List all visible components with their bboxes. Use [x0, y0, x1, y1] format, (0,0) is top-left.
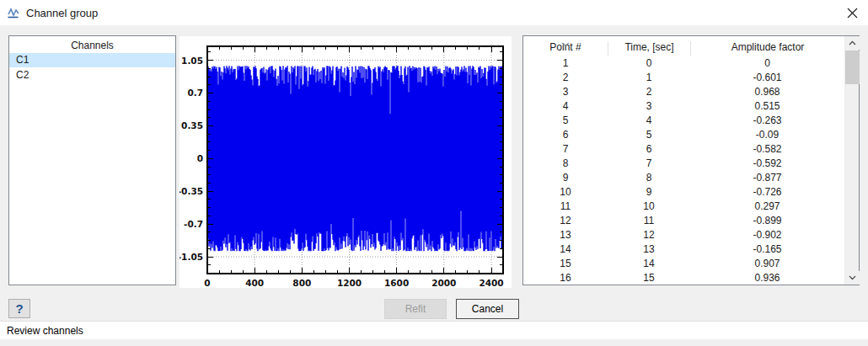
- help-button[interactable]: ?: [8, 299, 30, 318]
- table-row[interactable]: 100: [523, 56, 844, 71]
- column-header-time-sec[interactable]: Time, [sec]: [608, 41, 690, 56]
- cell-point: 3: [523, 85, 608, 99]
- cell-amplitude: -0.601: [690, 71, 844, 85]
- cell-time: 5: [608, 128, 690, 142]
- cell-point: 11: [523, 200, 608, 214]
- channels-listbox[interactable]: Channels C1C2: [8, 35, 176, 285]
- status-bar: Review channels: [0, 321, 868, 339]
- cell-amplitude: 0.297: [690, 200, 844, 214]
- points-table: Point #Time, [sec]Amplitude factor 10021…: [522, 35, 860, 285]
- table-row[interactable]: 76-0.582: [523, 142, 844, 157]
- cell-amplitude: -0.09: [690, 128, 844, 142]
- cell-point: 16: [523, 271, 608, 285]
- table-row[interactable]: 109-0.726: [523, 185, 844, 200]
- column-header-point[interactable]: Point #: [523, 41, 608, 56]
- cell-time: 9: [608, 185, 690, 200]
- scrollbar-thumb[interactable]: [845, 51, 860, 84]
- waveform-icon: [7, 6, 21, 19]
- svg-text:400: 400: [245, 278, 264, 288]
- table-row[interactable]: 430.515: [523, 99, 844, 114]
- svg-text:0.7: 0.7: [187, 88, 203, 98]
- svg-text:-1.05: -1.05: [179, 252, 203, 262]
- svg-text:-0.7: -0.7: [184, 219, 203, 229]
- bottom-strip: [0, 339, 868, 346]
- cell-amplitude: 0.968: [690, 85, 844, 99]
- cell-point: 10: [523, 185, 608, 200]
- cell-amplitude: -0.899: [690, 214, 844, 228]
- cell-point: 9: [523, 171, 608, 185]
- scroll-up-icon[interactable]: [845, 36, 860, 50]
- table-scrollbar[interactable]: [844, 36, 859, 285]
- cell-time: 15: [608, 271, 690, 285]
- cell-amplitude: -0.902: [690, 228, 844, 242]
- window-title: Channel group: [26, 7, 98, 19]
- refit-button[interactable]: Refit: [384, 299, 447, 319]
- svg-text:0.35: 0.35: [181, 120, 203, 130]
- cell-point: 12: [523, 214, 608, 228]
- channels-header: Channels: [9, 36, 175, 52]
- cell-time: 10: [608, 200, 690, 214]
- status-text: Review channels: [7, 325, 83, 337]
- table-row[interactable]: 1211-0.899: [523, 214, 844, 228]
- svg-text:0: 0: [197, 153, 203, 163]
- cell-point: 8: [523, 157, 608, 171]
- close-icon[interactable]: [841, 3, 863, 23]
- table-row[interactable]: 1413-0.165: [523, 242, 844, 257]
- cell-amplitude: -0.726: [690, 185, 844, 200]
- cell-point: 7: [523, 142, 608, 157]
- table-row[interactable]: 87-0.592: [523, 157, 844, 171]
- cell-amplitude: -0.592: [690, 157, 844, 171]
- table-row[interactable]: 98-0.877: [523, 171, 844, 185]
- cell-point: 14: [523, 242, 608, 257]
- cell-time: 3: [608, 99, 690, 114]
- cell-time: 11: [608, 214, 690, 228]
- column-header-amplitude-factor[interactable]: Amplitude factor: [690, 41, 844, 56]
- svg-text:2400: 2400: [479, 278, 503, 288]
- cell-time: 0: [608, 56, 690, 71]
- signal-plot: 1.050.70.350-0.35-0.7-1.0504008001200160…: [179, 36, 512, 288]
- svg-text:-0.35: -0.35: [179, 186, 203, 196]
- cell-amplitude: -0.877: [690, 171, 844, 185]
- svg-text:2000: 2000: [431, 278, 456, 288]
- table-row[interactable]: 21-0.601: [523, 71, 844, 85]
- table-row[interactable]: 65-0.09: [523, 128, 844, 142]
- cell-point: 2: [523, 71, 608, 85]
- cell-amplitude: -0.582: [690, 142, 844, 157]
- table-row[interactable]: 54-0.263: [523, 114, 844, 128]
- channel-item-c2[interactable]: C2: [9, 68, 175, 83]
- cell-point: 5: [523, 114, 608, 128]
- svg-text:800: 800: [292, 278, 311, 288]
- cell-time: 7: [608, 157, 690, 171]
- cell-time: 2: [608, 85, 690, 99]
- cell-point: 4: [523, 99, 608, 114]
- cell-time: 6: [608, 142, 690, 157]
- cell-time: 14: [608, 257, 690, 271]
- channel-item-c1[interactable]: C1: [9, 53, 175, 67]
- svg-text:1200: 1200: [337, 278, 362, 288]
- cell-point: 6: [523, 128, 608, 142]
- cell-time: 13: [608, 242, 690, 257]
- cancel-button[interactable]: Cancel: [456, 299, 519, 319]
- svg-text:1.05: 1.05: [181, 56, 203, 66]
- cell-point: 1: [523, 56, 608, 71]
- cell-amplitude: 0: [690, 56, 844, 71]
- sort-indicator-icon: [561, 42, 570, 46]
- svg-text:0: 0: [204, 278, 210, 288]
- signal-plot-panel: 1.050.70.350-0.35-0.7-1.0504008001200160…: [179, 36, 512, 288]
- cell-time: 4: [608, 114, 690, 128]
- svg-text:1600: 1600: [384, 278, 409, 288]
- table-row[interactable]: 1312-0.902: [523, 228, 844, 242]
- cell-amplitude: 0.907: [690, 257, 844, 271]
- cell-time: 1: [608, 71, 690, 85]
- scroll-down-icon[interactable]: [845, 271, 860, 285]
- cell-time: 8: [608, 171, 690, 185]
- cell-amplitude: -0.263: [690, 114, 844, 128]
- table-row[interactable]: 11100.297: [523, 200, 844, 214]
- cell-point: 15: [523, 257, 608, 271]
- table-header: Point #Time, [sec]Amplitude factor: [523, 36, 844, 56]
- table-row[interactable]: 16150.936: [523, 271, 844, 285]
- table-row[interactable]: 15140.907: [523, 257, 844, 271]
- cell-point: 13: [523, 228, 608, 242]
- table-row[interactable]: 320.968: [523, 85, 844, 99]
- cell-amplitude: 0.515: [690, 99, 844, 114]
